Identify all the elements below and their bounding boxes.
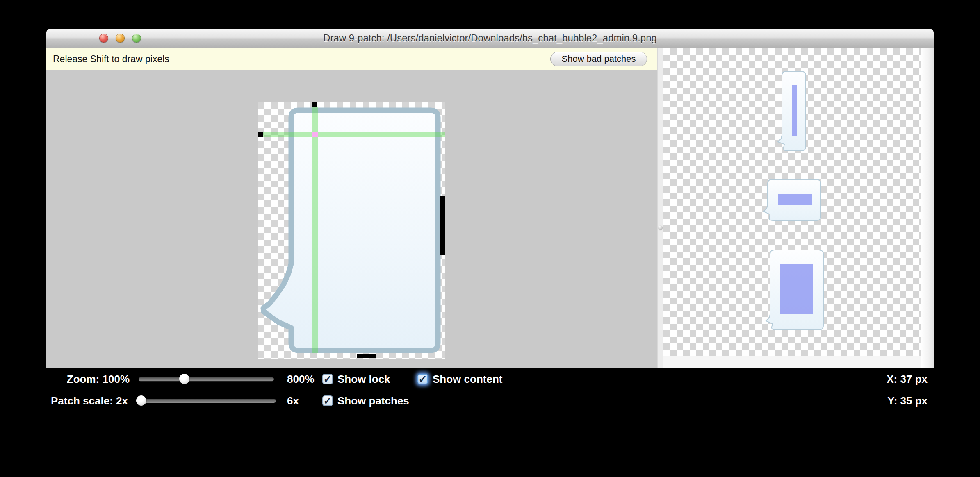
divider-handle-icon[interactable]: [658, 225, 663, 230]
preview-pane: [663, 48, 921, 368]
status-message: Release Shift to draw pixels: [53, 48, 169, 70]
preview-bubble: [776, 70, 807, 152]
zoom-label: Zoom:: [67, 373, 99, 385]
horizontal-guide-line: [263, 132, 445, 137]
show-patches-checkbox[interactable]: ✓: [322, 395, 333, 406]
patch-scale-value: 2x: [103, 395, 128, 407]
cursor-x-label: X: 37 px: [846, 373, 928, 385]
editor-area: [46, 70, 657, 368]
right-patch-mark: [440, 196, 445, 255]
show-content-checkbox[interactable]: ✓: [417, 374, 428, 384]
ninepatch-image: [258, 102, 445, 359]
show-lock-label[interactable]: Show lock: [337, 373, 390, 385]
split-divider[interactable]: [657, 48, 663, 368]
show-patches-label[interactable]: Show patches: [337, 395, 409, 407]
content-area-overlay: [778, 194, 812, 205]
bottom-patch-mark: [357, 354, 376, 358]
show-bad-patches-button[interactable]: Show bad patches: [550, 52, 647, 66]
content-area-overlay: [792, 85, 797, 136]
zoom-label-group: Zoom: 100%: [45, 373, 130, 385]
patch-scale-slider-thumb[interactable]: [136, 395, 146, 406]
preview-stretched-both: [764, 249, 825, 331]
patch-scale-slider[interactable]: [136, 399, 276, 403]
left-patch-mark: [258, 132, 263, 137]
preview-stretched-horizontal: [762, 179, 822, 221]
zoom-value: 100%: [103, 373, 130, 385]
show-lock-checkbox[interactable]: ✓: [322, 374, 333, 384]
ninepatch-canvas[interactable]: [258, 102, 445, 359]
zoom-max-label: 800%: [287, 373, 315, 385]
chat-bubble-shape: [263, 110, 438, 350]
status-bar: Release Shift to draw pixels Show bad pa…: [46, 48, 657, 70]
cursor-y-label: Y: 35 px: [846, 395, 928, 407]
preview-footer-strip: [663, 356, 921, 368]
patch-scale-max-label: 6x: [287, 395, 299, 407]
window-title: Draw 9-patch: /Users/danielvictor/Downlo…: [46, 29, 934, 48]
show-content-label[interactable]: Show content: [433, 373, 502, 385]
title-bar: Draw 9-patch: /Users/danielvictor/Downlo…: [46, 29, 934, 48]
preview-scrollbar[interactable]: [921, 48, 934, 368]
content-area-overlay: [780, 264, 813, 314]
top-patch-mark: [312, 102, 317, 107]
preview-stretched-vertical: [776, 70, 807, 152]
zoom-slider-thumb[interactable]: [179, 374, 189, 384]
vertical-guide-line: [312, 107, 318, 353]
zoom-slider[interactable]: [139, 377, 274, 381]
draw9patch-window: Draw 9-patch: /Users/danielvictor/Downlo…: [46, 29, 934, 368]
guide-intersection: [312, 132, 318, 137]
